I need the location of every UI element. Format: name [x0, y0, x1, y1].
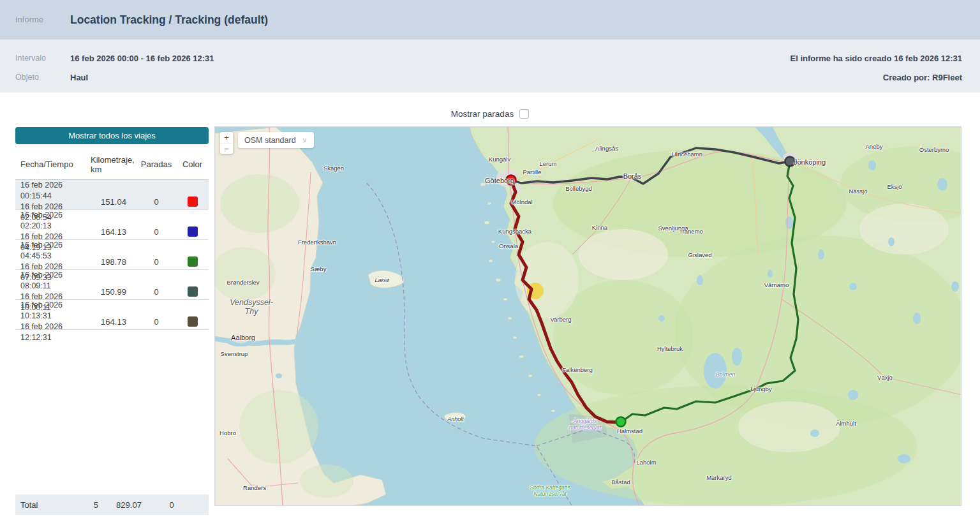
trip-color-swatch: [188, 316, 198, 327]
trip-distance: 164.13: [91, 317, 137, 327]
trips-table-body: 16 feb 2026 00:15:4416 feb 2026 02:06:54…: [15, 180, 209, 330]
trip-distance: 198.78: [91, 257, 137, 267]
trips-table-header: Fecha/Tiempo Kilometraje, km Paradas Col…: [15, 149, 209, 180]
report-page: Informe Location Tracking / Tracking (de…: [0, 0, 980, 520]
col-distance: Kilometraje, km: [91, 155, 137, 174]
object-label: Objeto: [15, 73, 39, 82]
trip-color-swatch: [188, 256, 198, 267]
report-header: Informe Location Tracking / Tracking (de…: [0, 0, 980, 40]
chevron-down-icon: ∨: [302, 136, 308, 144]
trip-row[interactable]: 16 feb 2026 08:09:1116 feb 2026 10:00:11…: [15, 270, 209, 300]
col-datetime: Fecha/Tiempo: [15, 160, 91, 169]
object-value: Haul: [70, 73, 88, 82]
show-stops-checkbox[interactable]: [519, 109, 529, 119]
created-by-text: Creado por: R9Fleet: [883, 73, 962, 82]
total-stops: 0: [152, 500, 191, 510]
trip-color-swatch: [188, 197, 198, 207]
trip-row[interactable]: 16 feb 2026 02:20:1316 feb 2026 04:19:13…: [15, 210, 209, 240]
map-layer-select[interactable]: OSM standard ∨: [238, 132, 314, 148]
trip-distance: 151.04: [91, 197, 137, 207]
anholt-island: [445, 413, 466, 422]
trip-distance: 150.99: [91, 287, 137, 297]
interval-value: 16 feb 2026 00:00 - 16 feb 2026 12:31: [70, 54, 214, 63]
trip-row[interactable]: 16 feb 2026 10:13:3116 feb 2026 12:12:31…: [15, 300, 209, 330]
report-type-label: Informe: [15, 0, 43, 40]
trip-stops: 0: [137, 197, 176, 207]
col-stops: Paradas: [137, 160, 176, 169]
trips-total-row: Total 5 829.07 0: [15, 494, 209, 515]
goteborg-start-marker[interactable]: [507, 175, 516, 185]
trip-row[interactable]: 16 feb 2026 00:15:4416 feb 2026 02:06:54…: [15, 180, 209, 210]
created-text: El informe ha sido creado 16 feb 2026 12…: [790, 54, 962, 63]
col-color: Color: [176, 160, 209, 169]
trip-distance: 164.13: [91, 227, 137, 237]
total-trip-count: 5: [94, 500, 98, 510]
map-layer-value: OSM standard: [244, 136, 296, 145]
show-stops-row: Mostrar paradas: [0, 109, 980, 119]
trip-color-swatch: [188, 286, 198, 297]
trip-stops: 0: [137, 227, 176, 237]
zoom-out-button[interactable]: −: [220, 143, 233, 154]
trip-stops: 0: [137, 317, 176, 327]
show-all-trips-button[interactable]: Mostrar todos los viajes: [15, 127, 209, 144]
total-distance: 829.07: [106, 500, 152, 510]
total-label: Total: [20, 500, 38, 510]
interval-label: Intervalo: [15, 54, 46, 63]
trip-color-swatch: [188, 227, 198, 237]
halmstad-end-marker[interactable]: [616, 417, 626, 427]
trip-stops: 0: [137, 257, 176, 267]
trip-stops: 0: [137, 287, 176, 297]
show-stops-label: Mostrar paradas: [451, 109, 514, 119]
jonkoping-marker[interactable]: [785, 157, 795, 167]
map-zoom-control: + −: [220, 132, 233, 154]
trip-row[interactable]: 16 feb 2026 04:45:5316 feb 2026 07:09:33…: [15, 240, 209, 270]
report-meta: Intervalo 16 feb 2026 00:00 - 16 feb 202…: [0, 40, 980, 93]
zoom-in-button[interactable]: +: [220, 132, 233, 143]
page-title: Location Tracking / Tracking (default): [70, 0, 268, 40]
trips-panel: Mostrar todos los viajes Fecha/Tiempo Ki…: [15, 127, 209, 515]
panel-spacer: [15, 330, 209, 494]
map-container[interactable]: SkagenFrederikshavnSæbyBrønderslevVendsy…: [214, 126, 961, 506]
map-canvas[interactable]: [215, 127, 961, 506]
